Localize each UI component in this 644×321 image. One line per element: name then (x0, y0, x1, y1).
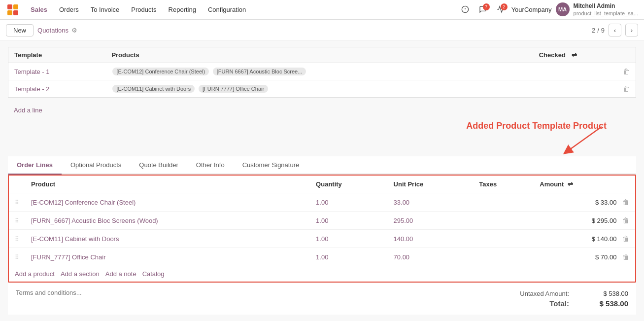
product-tag: [FURN 6667] Acoustic Bloc Scree... (213, 68, 306, 75)
tabs-bar: Order Lines Optional Products Quote Buil… (8, 156, 636, 175)
user-avatar: MA (556, 2, 570, 16)
messages-icon-btn[interactable]: 7 (476, 3, 490, 15)
drag-handle-icon[interactable]: ⠿ (15, 217, 19, 224)
gear-icon[interactable]: ⚙ (71, 27, 77, 34)
order-product-2[interactable]: [FURN_6667] Acoustic Bloc Screens (Wood) (25, 212, 310, 230)
untaxed-value: $ 538.00 (589, 290, 628, 297)
order-product-4[interactable]: [FURN_7777] Office Chair (25, 248, 310, 266)
order-price-3[interactable]: 140.00 (388, 230, 474, 248)
svg-line-4 (567, 127, 602, 151)
tab-other-info[interactable]: Other Info (187, 156, 234, 175)
amount-sort-icon[interactable]: ⇌ (568, 180, 573, 188)
add-note-link[interactable]: Add a note (105, 270, 136, 278)
order-qty-1[interactable]: 1.00 (310, 193, 387, 212)
actionbar: New Quotations ⚙ 2 / 9 ‹ › (0, 20, 644, 41)
delete-line-3-icon[interactable]: 🗑 (622, 235, 629, 243)
col-quantity: Quantity (310, 176, 387, 193)
order-price-1[interactable]: 33.00 (388, 193, 474, 212)
order-qty-3[interactable]: 1.00 (310, 230, 387, 248)
product-tag: [FURN 7777] Office Chair (199, 85, 268, 93)
main-content: Template Products Checked ⇌ Template - 1… (0, 41, 644, 321)
annotation-area: Added Product Template Product (8, 117, 636, 156)
new-button[interactable]: New (6, 24, 34, 36)
col-taxes: Taxes (473, 176, 534, 193)
nav-to-invoice[interactable]: To Invoice (86, 4, 125, 15)
catalog-link[interactable]: Catalog (142, 270, 165, 278)
tab-quote-builder[interactable]: Quote Builder (130, 156, 187, 175)
tab-customer-signature[interactable]: Customer Signature (234, 156, 308, 175)
drag-handle-icon[interactable]: ⠿ (15, 199, 19, 206)
user-info: Mitchell Admin product_list_template_sa.… (574, 2, 638, 17)
annotation-arrow (552, 122, 611, 156)
order-qty-4[interactable]: 1.00 (310, 248, 387, 266)
order-amount-1: $ 33.00 (595, 199, 616, 206)
breadcrumb-parent[interactable]: Quotations (37, 27, 68, 34)
nav-configuration[interactable]: Configuration (203, 4, 251, 15)
nav-products[interactable]: Products (126, 4, 161, 15)
product-tag: [E-COM12] Conference Chair (Steel) (112, 68, 209, 75)
add-product-link[interactable]: Add a product (15, 270, 55, 278)
delete-row-icon[interactable]: 🗑 (623, 68, 630, 75)
tab-optional-products[interactable]: Optional Products (62, 156, 130, 175)
activity-icon-btn[interactable]: 2 (494, 3, 508, 15)
order-price-2[interactable]: 295.00 (388, 212, 474, 230)
activity-badge: 2 (501, 3, 508, 10)
col-product: Product (25, 176, 310, 193)
add-line-link[interactable]: Add a line (8, 104, 48, 117)
company-name: YourCompany (511, 6, 552, 13)
template-1-link[interactable]: Template - 1 (14, 68, 50, 75)
col-checked: Checked ⇌ (533, 47, 636, 63)
order-qty-2[interactable]: 1.00 (310, 212, 387, 230)
user-sub: product_list_template_sa... (574, 10, 638, 17)
total-label: Total: (549, 299, 569, 308)
next-page-button[interactable]: › (625, 24, 638, 36)
add-section-link[interactable]: Add a section (61, 270, 100, 278)
col-unit-price: Unit Price (388, 176, 474, 193)
col-amount: Amount ⇌ (534, 176, 635, 193)
template-2-link[interactable]: Template - 2 (14, 85, 50, 93)
breadcrumb: Quotations ⚙ (37, 27, 77, 34)
app-logo (6, 3, 20, 17)
order-taxes-2 (473, 212, 534, 230)
nav-reporting[interactable]: Reporting (164, 4, 201, 15)
totals-table: Untaxed Amount: $ 538.00 Total: $ 538.00 (520, 289, 628, 309)
user-name: Mitchell Admin (574, 2, 638, 10)
drag-handle-icon[interactable]: ⠿ (15, 254, 19, 261)
order-product-3[interactable]: [E-COM11] Cabinet with Doors (25, 230, 310, 248)
order-amount-4: $ 70.00 (595, 253, 616, 261)
delete-line-4-icon[interactable]: 🗑 (622, 253, 629, 261)
template-table: Template Products Checked ⇌ Template - 1… (8, 47, 636, 98)
order-line-row: ⠿ [E-COM11] Cabinet with Doors 1.00 140.… (9, 230, 635, 248)
untaxed-label: Untaxed Amount: (520, 290, 569, 297)
order-actions: Add a product Add a section Add a note C… (9, 266, 635, 282)
total-value: $ 538.00 (589, 299, 628, 308)
order-product-1[interactable]: [E-COM12] Conference Chair (Steel) (25, 193, 310, 212)
col-products: Products (105, 47, 533, 63)
order-taxes-4 (473, 248, 534, 266)
delete-row-icon[interactable]: 🗑 (623, 85, 630, 93)
terms-input[interactable] (16, 289, 99, 296)
messages-badge: 7 (483, 3, 490, 10)
table-row: Template - 2 [E-COM11] Cabinet with Door… (8, 80, 636, 98)
nav-sales[interactable]: Sales (26, 4, 52, 15)
footer-section: Untaxed Amount: $ 538.00 Total: $ 538.00 (8, 283, 636, 315)
page-counter: 2 / 9 (592, 27, 605, 34)
prev-page-button[interactable]: ‹ (609, 24, 621, 36)
nav-orders[interactable]: Orders (54, 4, 84, 15)
drag-handle-icon[interactable]: ⠿ (15, 236, 19, 243)
order-amount-2: $ 295.00 (592, 217, 617, 224)
delete-line-2-icon[interactable]: 🗑 (622, 216, 629, 224)
order-table: Product Quantity Unit Price Taxes Amount… (9, 176, 635, 266)
delete-line-1-icon[interactable]: 🗑 (622, 198, 629, 206)
order-lines-section: Product Quantity Unit Price Taxes Amount… (8, 175, 636, 283)
order-line-row: ⠿ [FURN_7777] Office Chair 1.00 70.00 $ … (9, 248, 635, 266)
tab-order-lines[interactable]: Order Lines (8, 156, 62, 175)
order-taxes-1 (473, 193, 534, 212)
order-amount-3: $ 140.00 (592, 235, 617, 243)
product-tag: [E-COM11] Cabinet with Doors (112, 85, 195, 93)
col-sort-icon[interactable]: ⇌ (572, 51, 577, 59)
col-drag (9, 176, 25, 193)
untaxed-row: Untaxed Amount: $ 538.00 (520, 289, 628, 298)
order-price-4[interactable]: 70.00 (388, 248, 474, 266)
debug-icon-btn[interactable] (458, 3, 472, 15)
